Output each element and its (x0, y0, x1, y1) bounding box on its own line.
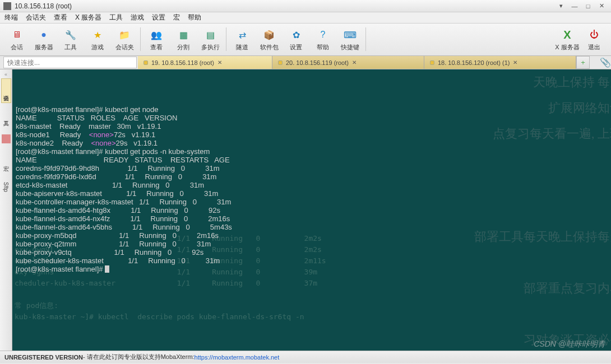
软件包-icon: 📦 (262, 27, 276, 42)
chevron-icon[interactable]: « (4, 72, 7, 77)
分割-icon: ▦ (176, 27, 191, 42)
tab[interactable]: 20. 10.8.156.119 (root)✕ (272, 56, 424, 69)
menu-view[interactable]: 查看 (54, 13, 67, 22)
toolbar-帮助[interactable]: ?帮助 (309, 27, 336, 52)
帮助-icon: ? (316, 27, 330, 42)
toolbar-会话夹[interactable]: 📁会话夹 (111, 27, 138, 52)
terminal[interactable]: 天晚上保持 每天扩展网络知识点复习每天看一遍, 上班 部署工具每天晚上保持每天 … (12, 69, 611, 351)
会话夹-icon: 📁 (117, 27, 132, 42)
unregistered-label: UNREGISTERED VERSION (4, 354, 83, 361)
exit-button[interactable]: ⏻ 退出 (581, 27, 608, 52)
tabbar: 19. 10.8.156.118 (root)✕20. 10.8.156.119… (138, 56, 576, 69)
status-link[interactable]: https://mobaxterm.mobatek.net (195, 354, 280, 361)
close-tab-icon[interactable]: ✕ (513, 59, 517, 66)
设置-icon: ✿ (289, 27, 303, 42)
menu-xserver[interactable]: X 服务器 (75, 13, 101, 22)
menubar: 终端 会话夹 查看 X 服务器 工具 游戏 设置 宏 帮助 (0, 12, 611, 24)
menu-tools[interactable]: 工具 (109, 13, 123, 22)
attach-icon[interactable]: 📎 (600, 56, 611, 69)
sidebar-sftp[interactable]: Sftp (1, 175, 11, 199)
menu-sessions[interactable]: 会话夹 (26, 13, 46, 22)
minimize-button[interactable]: — (568, 2, 581, 10)
close-tab-icon[interactable]: ✕ (352, 59, 357, 66)
terminal-output: [root@k8s-mastet flannel]# kubectl get n… (16, 105, 608, 273)
工具-icon: 🔧 (63, 27, 78, 42)
lightning-icon (430, 60, 434, 65)
menu-terminal[interactable]: 终端 (4, 13, 18, 22)
toolbar-软件包[interactable]: 📦软件包 (256, 27, 283, 52)
sidebar: « 会话夹 工具 宏 Sftp (0, 69, 12, 351)
close-tab-icon[interactable]: ✕ (217, 59, 222, 66)
window-title: 10.8.156.118 (root) (15, 2, 72, 10)
toolbar-查看[interactable]: 👥查看 (143, 27, 170, 52)
titlebar: 10.8.156.118 (root) ▾ — □ ✕ (0, 0, 611, 12)
toolbar-会话[interactable]: 🖥会话 (3, 27, 30, 52)
查看-icon: 👥 (149, 27, 164, 42)
dropdown-icon[interactable]: ▾ (555, 2, 567, 10)
隧道-icon: ⇄ (235, 27, 249, 42)
xserver-button[interactable]: X X 服务器 (554, 27, 581, 52)
toolbar-快捷键[interactable]: ⌨快捷键 (336, 27, 363, 52)
sidebar-macros[interactable]: 宏 (1, 149, 11, 174)
toolbar-服务器[interactable]: ●服务器 (30, 27, 57, 52)
toolbar-工具[interactable]: 🔧工具 (57, 27, 84, 52)
new-tab-button[interactable]: + (576, 56, 590, 69)
maximize-button[interactable]: □ (582, 2, 594, 10)
toolbar-设置[interactable]: ✿设置 (283, 27, 309, 52)
quickbar: 19. 10.8.156.118 (root)✕20. 10.8.156.119… (0, 56, 611, 69)
tab[interactable]: 19. 10.8.156.118 (root)✕ (138, 56, 272, 69)
menu-help[interactable]: 帮助 (188, 13, 201, 22)
x-icon: X (560, 27, 575, 42)
csdn-watermark: CSDN @哇咔咔明青 (534, 339, 605, 349)
app-icon (3, 2, 11, 10)
快捷键-icon: ⌨ (342, 27, 357, 42)
close-button[interactable]: ✕ (595, 2, 608, 10)
menu-macros[interactable]: 宏 (173, 13, 180, 22)
quick-connect-input[interactable] (3, 57, 137, 68)
power-icon: ⏻ (587, 27, 601, 42)
sidebar-tools[interactable]: 工具 (1, 104, 11, 129)
lightning-icon (278, 60, 283, 65)
lightning-icon (144, 60, 148, 65)
toolbar: 🖥会话●服务器🔧工具★游戏📁会话夹👥查看▦分割▤多执行⇄隧道📦软件包✿设置?帮助… (0, 24, 611, 56)
游戏-icon: ★ (90, 27, 105, 42)
menu-games[interactable]: 游戏 (131, 13, 144, 22)
toolbar-多执行[interactable]: ▤多执行 (197, 27, 224, 52)
toolbar-隧道[interactable]: ⇄隧道 (229, 27, 256, 52)
toolbar-游戏[interactable]: ★游戏 (84, 27, 111, 52)
toolbar-分割[interactable]: ▦分割 (170, 27, 197, 52)
menu-settings[interactable]: 设置 (152, 13, 165, 22)
服务器-icon: ● (36, 27, 51, 42)
pencil-icon[interactable] (2, 134, 11, 143)
statusbar: UNREGISTERED VERSION - 请在此处订阅专业版以支持MobaX… (0, 351, 611, 363)
tab[interactable]: 18. 10.8.156.120 (root) (1)✕ (424, 56, 576, 69)
会话-icon: 🖥 (10, 27, 24, 42)
多执行-icon: ▤ (203, 27, 217, 42)
status-text: - 请在此处订阅专业版以支持MobaXterm: (83, 353, 195, 361)
sidebar-sessions[interactable]: 会话夹 (1, 78, 11, 103)
